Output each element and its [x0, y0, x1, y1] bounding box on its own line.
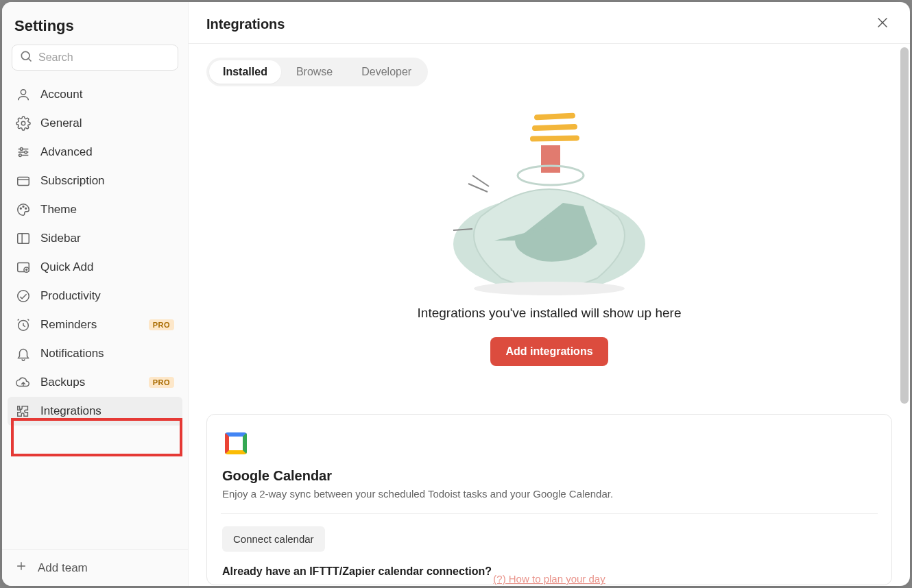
- close-icon: [875, 15, 890, 33]
- sidebar: Settings Account General: [2, 2, 189, 586]
- tab-developer[interactable]: Developer: [348, 60, 425, 84]
- sidebar-item-advanced[interactable]: Advanced: [8, 138, 182, 167]
- sidebar-title: Settings: [14, 17, 176, 35]
- sidebar-item-label: Quick Add: [40, 260, 174, 274]
- settings-modal: Settings Account General: [2, 2, 910, 586]
- svg-point-12: [20, 208, 21, 209]
- connect-calendar-button[interactable]: Connect calendar: [222, 526, 325, 552]
- sidebar-item-quick-add[interactable]: Quick Add: [8, 253, 182, 282]
- sidebar-item-label: Theme: [40, 203, 174, 217]
- google-calendar-icon: [222, 430, 250, 457]
- card-icon: [16, 173, 31, 188]
- svg-rect-28: [532, 124, 577, 131]
- main-header: Integrations: [189, 2, 910, 44]
- divider: [221, 513, 878, 514]
- svg-point-13: [23, 206, 24, 208]
- plus-icon: [14, 559, 28, 576]
- sidebar-item-label: General: [40, 117, 174, 130]
- svg-rect-27: [534, 112, 575, 120]
- google-calendar-card: Google Calendar Enjoy a 2-way sync betwe…: [206, 414, 892, 585]
- tab-browse[interactable]: Browse: [283, 60, 346, 84]
- sidebar-item-account[interactable]: Account: [8, 80, 182, 109]
- svg-line-33: [472, 175, 489, 186]
- quick-add-icon: [16, 260, 31, 275]
- empty-illustration: [440, 107, 659, 299]
- sliders-icon: [16, 145, 31, 160]
- search-icon: [19, 49, 33, 66]
- sidebar-item-label: Account: [40, 88, 174, 101]
- svg-point-36: [474, 282, 625, 295]
- svg-rect-29: [530, 135, 579, 141]
- sidebar-item-sidebar[interactable]: Sidebar: [8, 224, 182, 253]
- svg-point-21: [18, 291, 29, 302]
- sidebar-item-label: Sidebar: [40, 232, 174, 245]
- gear-icon: [16, 116, 31, 131]
- svg-point-7: [25, 151, 27, 154]
- tabs: Installed Browse Developer: [206, 58, 428, 86]
- close-button[interactable]: [873, 14, 892, 34]
- main-body: Installed Browse Developer: [189, 44, 910, 586]
- card-description: Enjoy a 2-way sync between your schedule…: [222, 488, 876, 500]
- scrollbar-thumb[interactable]: [900, 47, 909, 404]
- svg-rect-10: [18, 177, 29, 186]
- layout-icon: [16, 231, 31, 246]
- add-integrations-button[interactable]: Add integrations: [490, 337, 608, 366]
- svg-rect-15: [18, 234, 29, 244]
- add-team-button[interactable]: Add team: [2, 549, 188, 586]
- svg-line-1: [29, 59, 32, 62]
- svg-line-34: [468, 184, 488, 192]
- empty-text: Integrations you've installed will show …: [418, 306, 682, 321]
- svg-point-0: [21, 51, 29, 60]
- sidebar-item-theme[interactable]: Theme: [8, 195, 182, 224]
- search-input[interactable]: [38, 51, 176, 64]
- cloud-icon: [16, 375, 31, 390]
- sidebar-item-notifications[interactable]: Notifications: [8, 339, 182, 368]
- svg-rect-30: [541, 145, 560, 173]
- pro-badge: PRO: [149, 319, 174, 330]
- svg-point-2: [21, 90, 25, 95]
- account-icon: [16, 87, 31, 102]
- footer-hint-link[interactable]: (?) How to plan your day: [493, 573, 605, 585]
- sidebar-item-backups[interactable]: Backups PRO: [8, 368, 182, 397]
- pro-badge: PRO: [149, 377, 174, 388]
- sidebar-item-productivity[interactable]: Productivity: [8, 282, 182, 310]
- clock-icon: [16, 317, 31, 332]
- sidebar-item-label: Advanced: [40, 145, 174, 159]
- sidebar-item-label: Notifications: [40, 347, 174, 360]
- svg-point-3: [21, 121, 25, 125]
- sidebar-nav: Account General Advanced Subscription: [2, 77, 188, 549]
- tab-installed[interactable]: Installed: [209, 60, 281, 84]
- bell-icon: [16, 346, 31, 361]
- svg-point-5: [20, 148, 23, 151]
- puzzle-icon: [16, 404, 31, 419]
- sidebar-header: Settings: [2, 2, 188, 45]
- search-field[interactable]: [12, 45, 178, 71]
- sidebar-item-subscription[interactable]: Subscription: [8, 167, 182, 195]
- add-team-label: Add team: [38, 561, 88, 575]
- sidebar-item-reminders[interactable]: Reminders PRO: [8, 310, 182, 339]
- empty-state: Integrations you've installed will show …: [206, 86, 892, 393]
- svg-point-9: [19, 154, 22, 157]
- productivity-icon: [16, 289, 31, 304]
- sidebar-item-label: Integrations: [40, 404, 174, 418]
- sidebar-item-label: Subscription: [40, 174, 174, 188]
- card-title: Google Calendar: [222, 468, 876, 484]
- sidebar-item-integrations[interactable]: Integrations: [8, 397, 182, 426]
- page-title: Integrations: [206, 16, 285, 32]
- sidebar-item-label: Backups: [40, 376, 139, 389]
- sidebar-item-general[interactable]: General: [8, 109, 182, 138]
- sidebar-item-label: Reminders: [40, 318, 139, 332]
- sidebar-item-label: Productivity: [40, 289, 174, 303]
- palette-icon: [16, 202, 31, 217]
- svg-point-14: [25, 208, 27, 209]
- main-panel: Integrations Installed Browse Developer: [189, 2, 910, 586]
